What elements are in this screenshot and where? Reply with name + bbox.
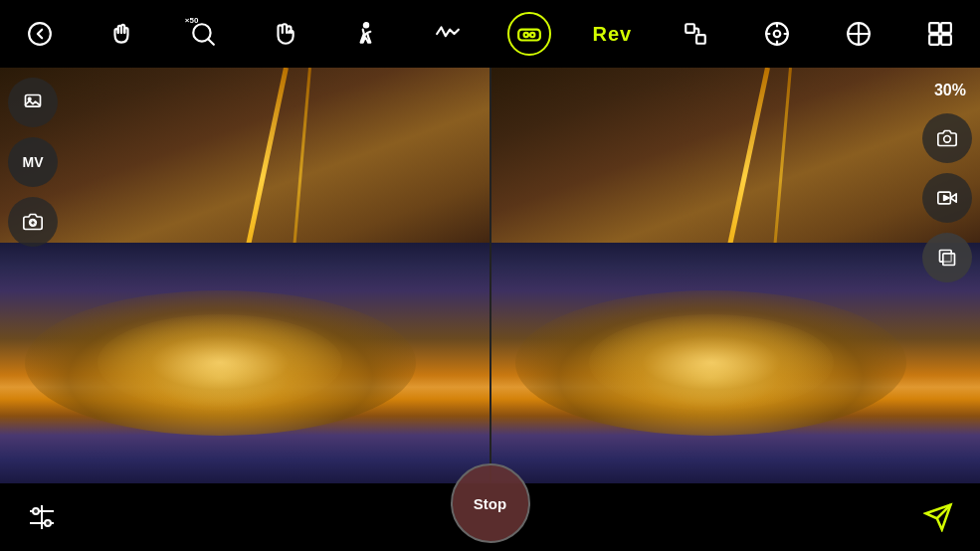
mv-button[interactable]: MV bbox=[8, 137, 58, 187]
mv-label: MV bbox=[23, 154, 44, 170]
right-sky bbox=[491, 243, 981, 483]
stop-label: Stop bbox=[474, 495, 506, 512]
zoom-badge: ×50 bbox=[185, 16, 199, 25]
right-side-controls: 30% bbox=[922, 78, 972, 282]
svg-point-24 bbox=[28, 97, 31, 100]
svg-point-11 bbox=[774, 31, 781, 38]
stop-button[interactable]: Stop bbox=[451, 463, 530, 543]
svg-rect-31 bbox=[943, 254, 955, 266]
grid-button[interactable] bbox=[918, 12, 962, 56]
svg-rect-20 bbox=[941, 23, 951, 33]
rev-label: Rev bbox=[592, 23, 632, 46]
svg-point-26 bbox=[944, 136, 951, 143]
svg-rect-19 bbox=[929, 23, 939, 33]
svg-point-0 bbox=[29, 23, 51, 45]
camera-switch-button[interactable] bbox=[8, 197, 58, 247]
wave-button[interactable] bbox=[426, 12, 470, 56]
vr-button[interactable] bbox=[507, 12, 551, 56]
photo-button[interactable] bbox=[922, 113, 972, 163]
walk-button[interactable] bbox=[344, 12, 388, 56]
svg-rect-22 bbox=[941, 35, 951, 45]
svg-marker-27 bbox=[950, 194, 956, 202]
percent-display: 30% bbox=[928, 78, 972, 103]
svg-marker-29 bbox=[944, 196, 949, 201]
left-view-panel: MV bbox=[0, 68, 490, 483]
svg-point-33 bbox=[33, 508, 39, 514]
svg-line-2 bbox=[208, 39, 213, 44]
airplane-button[interactable] bbox=[916, 495, 960, 539]
main-view: MV bbox=[0, 68, 980, 483]
video-button[interactable] bbox=[922, 173, 972, 223]
left-scene bbox=[0, 68, 490, 483]
left-sky bbox=[0, 243, 490, 483]
settings-button[interactable] bbox=[20, 495, 64, 539]
svg-rect-8 bbox=[686, 24, 694, 33]
transform-button[interactable] bbox=[674, 12, 717, 56]
svg-rect-9 bbox=[696, 35, 705, 44]
svg-point-35 bbox=[45, 520, 51, 526]
svg-point-3 bbox=[364, 23, 368, 27]
top-toolbar: ×50 Rev bbox=[0, 0, 980, 68]
stack-button[interactable] bbox=[922, 233, 972, 282]
zoom-button[interactable]: ×50 bbox=[181, 12, 225, 56]
gallery-button[interactable] bbox=[8, 78, 58, 127]
compass-button[interactable] bbox=[755, 12, 799, 56]
right-scene bbox=[491, 68, 981, 483]
svg-rect-21 bbox=[929, 35, 939, 45]
rev-button[interactable]: Rev bbox=[588, 12, 636, 56]
hand-button[interactable] bbox=[263, 12, 306, 56]
gesture-button[interactable] bbox=[99, 12, 143, 56]
left-ceiling bbox=[0, 68, 490, 255]
left-side-controls: MV bbox=[8, 78, 58, 247]
right-ceiling bbox=[491, 68, 981, 255]
right-view-panel: 30% bbox=[490, 68, 981, 483]
crosshair-button[interactable] bbox=[837, 12, 881, 56]
back-button[interactable] bbox=[18, 12, 62, 56]
